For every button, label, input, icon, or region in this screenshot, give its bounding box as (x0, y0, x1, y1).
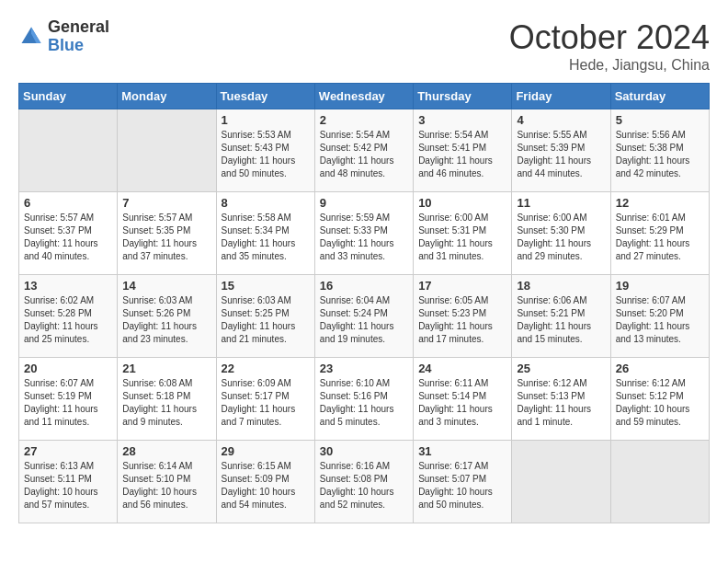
day-info: Sunrise: 6:03 AM Sunset: 5:25 PM Dayligh… (222, 294, 310, 346)
weekday-header: Tuesday (216, 84, 314, 109)
day-number: 4 (517, 113, 605, 127)
calendar-cell: 27Sunrise: 6:13 AM Sunset: 5:11 PM Dayli… (19, 441, 118, 523)
logo-text: General Blue (48, 18, 109, 55)
day-number: 10 (418, 196, 506, 210)
day-info: Sunrise: 6:06 AM Sunset: 5:21 PM Dayligh… (517, 294, 605, 346)
calendar-cell: 4Sunrise: 5:55 AM Sunset: 5:39 PM Daylig… (512, 109, 610, 192)
weekday-header: Sunday (19, 84, 118, 109)
page-header: General Blue October 2024 Hede, Jiangsu,… (18, 18, 710, 74)
calendar-cell: 17Sunrise: 6:05 AM Sunset: 5:23 PM Dayli… (414, 275, 512, 358)
calendar-cell: 20Sunrise: 6:07 AM Sunset: 5:19 PM Dayli… (19, 358, 118, 441)
day-number: 24 (418, 362, 506, 375)
day-number: 31 (418, 444, 506, 458)
calendar-cell: 18Sunrise: 6:06 AM Sunset: 5:21 PM Dayli… (512, 275, 610, 358)
day-number: 11 (517, 196, 605, 210)
day-info: Sunrise: 5:58 AM Sunset: 5:34 PM Dayligh… (222, 212, 310, 263)
day-info: Sunrise: 6:04 AM Sunset: 5:24 PM Dayligh… (320, 294, 408, 346)
weekday-header: Friday (512, 84, 610, 109)
day-info: Sunrise: 5:53 AM Sunset: 5:43 PM Dayligh… (222, 129, 310, 180)
calendar-cell: 30Sunrise: 6:16 AM Sunset: 5:08 PM Dayli… (314, 441, 413, 523)
calendar-cell: 12Sunrise: 6:01 AM Sunset: 5:29 PM Dayli… (610, 192, 709, 275)
calendar-week-row: 27Sunrise: 6:13 AM Sunset: 5:11 PM Dayli… (19, 441, 710, 523)
calendar-cell: 19Sunrise: 6:07 AM Sunset: 5:20 PM Dayli… (610, 275, 709, 358)
calendar-header-row: SundayMondayTuesdayWednesdayThursdayFrid… (19, 84, 710, 109)
day-info: Sunrise: 6:12 AM Sunset: 5:13 PM Dayligh… (517, 377, 605, 429)
calendar-week-row: 13Sunrise: 6:02 AM Sunset: 5:28 PM Dayli… (19, 275, 710, 358)
day-info: Sunrise: 6:15 AM Sunset: 5:09 PM Dayligh… (222, 460, 310, 511)
day-number: 7 (122, 196, 210, 210)
calendar-cell: 22Sunrise: 6:09 AM Sunset: 5:17 PM Dayli… (216, 358, 314, 441)
day-number: 22 (222, 362, 310, 375)
month-title: October 2024 (509, 18, 710, 57)
weekday-header: Saturday (610, 84, 709, 109)
day-number: 5 (616, 113, 704, 127)
day-number: 12 (616, 196, 704, 210)
weekday-header: Wednesday (314, 84, 413, 109)
calendar-cell (512, 441, 610, 523)
calendar-cell: 23Sunrise: 6:10 AM Sunset: 5:16 PM Dayli… (314, 358, 413, 441)
day-info: Sunrise: 6:09 AM Sunset: 5:17 PM Dayligh… (222, 377, 310, 429)
day-info: Sunrise: 6:11 AM Sunset: 5:14 PM Dayligh… (418, 377, 506, 429)
calendar-table: SundayMondayTuesdayWednesdayThursdayFrid… (18, 83, 710, 523)
calendar-cell: 29Sunrise: 6:15 AM Sunset: 5:09 PM Dayli… (216, 441, 314, 523)
day-number: 30 (320, 444, 408, 458)
day-number: 27 (24, 444, 112, 458)
day-info: Sunrise: 6:00 AM Sunset: 5:30 PM Dayligh… (517, 212, 605, 263)
day-number: 28 (122, 444, 210, 458)
calendar-cell: 10Sunrise: 6:00 AM Sunset: 5:31 PM Dayli… (414, 192, 512, 275)
day-number: 21 (122, 362, 210, 375)
day-number: 19 (616, 279, 704, 293)
day-number: 3 (418, 113, 506, 127)
calendar-cell: 8Sunrise: 5:58 AM Sunset: 5:34 PM Daylig… (216, 192, 314, 275)
title-block: October 2024 Hede, Jiangsu, China (509, 18, 710, 74)
day-number: 8 (222, 196, 310, 210)
weekday-header: Monday (118, 84, 216, 109)
day-number: 15 (222, 279, 310, 293)
calendar-cell: 3Sunrise: 5:54 AM Sunset: 5:41 PM Daylig… (414, 109, 512, 192)
calendar-cell: 16Sunrise: 6:04 AM Sunset: 5:24 PM Dayli… (314, 275, 413, 358)
calendar-cell: 25Sunrise: 6:12 AM Sunset: 5:13 PM Dayli… (512, 358, 610, 441)
day-info: Sunrise: 5:55 AM Sunset: 5:39 PM Dayligh… (517, 129, 605, 180)
logo-icon (18, 24, 44, 50)
day-info: Sunrise: 6:16 AM Sunset: 5:08 PM Dayligh… (320, 460, 408, 511)
day-info: Sunrise: 6:02 AM Sunset: 5:28 PM Dayligh… (24, 294, 112, 346)
calendar-cell: 11Sunrise: 6:00 AM Sunset: 5:30 PM Dayli… (512, 192, 610, 275)
calendar-cell: 28Sunrise: 6:14 AM Sunset: 5:10 PM Dayli… (118, 441, 216, 523)
weekday-header: Thursday (414, 84, 512, 109)
day-info: Sunrise: 5:54 AM Sunset: 5:41 PM Dayligh… (418, 129, 506, 180)
day-info: Sunrise: 6:14 AM Sunset: 5:10 PM Dayligh… (122, 460, 210, 511)
day-number: 26 (616, 362, 704, 375)
day-number: 23 (320, 362, 408, 375)
calendar-week-row: 1Sunrise: 5:53 AM Sunset: 5:43 PM Daylig… (19, 109, 710, 192)
day-number: 1 (222, 113, 310, 127)
calendar-cell: 21Sunrise: 6:08 AM Sunset: 5:18 PM Dayli… (118, 358, 216, 441)
day-number: 2 (320, 113, 408, 127)
day-info: Sunrise: 6:01 AM Sunset: 5:29 PM Dayligh… (616, 212, 704, 263)
calendar-cell (610, 441, 709, 523)
location-title: Hede, Jiangsu, China (509, 57, 710, 74)
day-number: 6 (24, 196, 112, 210)
day-info: Sunrise: 6:17 AM Sunset: 5:07 PM Dayligh… (418, 460, 506, 511)
day-info: Sunrise: 6:07 AM Sunset: 5:20 PM Dayligh… (616, 294, 704, 346)
day-number: 29 (222, 444, 310, 458)
calendar-cell: 9Sunrise: 5:59 AM Sunset: 5:33 PM Daylig… (314, 192, 413, 275)
day-number: 18 (517, 279, 605, 293)
calendar-cell: 31Sunrise: 6:17 AM Sunset: 5:07 PM Dayli… (414, 441, 512, 523)
day-info: Sunrise: 5:54 AM Sunset: 5:42 PM Dayligh… (320, 129, 408, 180)
day-number: 25 (517, 362, 605, 375)
calendar-cell (19, 109, 118, 192)
calendar-cell: 15Sunrise: 6:03 AM Sunset: 5:25 PM Dayli… (216, 275, 314, 358)
calendar-cell: 13Sunrise: 6:02 AM Sunset: 5:28 PM Dayli… (19, 275, 118, 358)
day-info: Sunrise: 5:57 AM Sunset: 5:37 PM Dayligh… (24, 212, 112, 263)
calendar-cell: 24Sunrise: 6:11 AM Sunset: 5:14 PM Dayli… (414, 358, 512, 441)
logo: General Blue (18, 18, 109, 55)
day-info: Sunrise: 5:59 AM Sunset: 5:33 PM Dayligh… (320, 212, 408, 263)
day-info: Sunrise: 6:10 AM Sunset: 5:16 PM Dayligh… (320, 377, 408, 429)
calendar-cell (118, 109, 216, 192)
day-number: 13 (24, 279, 112, 293)
day-info: Sunrise: 6:12 AM Sunset: 5:12 PM Dayligh… (616, 377, 704, 429)
day-info: Sunrise: 6:00 AM Sunset: 5:31 PM Dayligh… (418, 212, 506, 263)
calendar-cell: 6Sunrise: 5:57 AM Sunset: 5:37 PM Daylig… (19, 192, 118, 275)
day-info: Sunrise: 5:56 AM Sunset: 5:38 PM Dayligh… (616, 129, 704, 180)
calendar-cell: 14Sunrise: 6:03 AM Sunset: 5:26 PM Dayli… (118, 275, 216, 358)
